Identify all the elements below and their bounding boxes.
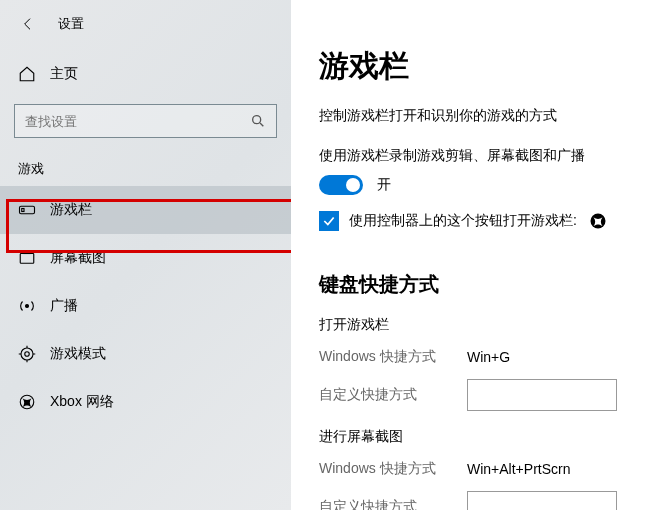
open-gamebar-shortcut: Win+G: [467, 349, 510, 365]
sidebar-item-broadcast[interactable]: 广播: [0, 282, 291, 330]
gamebar-icon: [18, 201, 36, 219]
sidebar-item-xbox[interactable]: Xbox 网络: [0, 378, 291, 426]
toggle-state: 开: [377, 176, 391, 194]
svg-point-7: [25, 352, 30, 357]
checkbox-label: 使用控制器上的这个按钮打开游戏栏:: [349, 212, 577, 230]
svg-rect-2: [22, 209, 24, 212]
back-button[interactable]: [16, 12, 40, 36]
sidebar-item-label: 广播: [50, 297, 78, 315]
home-icon: [18, 65, 36, 83]
svg-point-0: [253, 116, 261, 124]
sidebar-item-label: 屏幕截图: [50, 249, 106, 267]
controller-checkbox[interactable]: [319, 211, 339, 231]
broadcast-icon: [18, 297, 36, 315]
sidebar-item-label: Xbox 网络: [50, 393, 114, 411]
sidebar-item-label: 游戏模式: [50, 345, 106, 363]
win-shortcut-label-2: Windows 快捷方式: [319, 460, 467, 478]
section-title: 游戏: [0, 138, 291, 186]
custom-shortcut-label: 自定义快捷方式: [319, 386, 467, 404]
custom-shortcut-label-2: 自定义快捷方式: [319, 498, 467, 510]
gamemode-icon: [18, 345, 36, 363]
win-shortcut-label: Windows 快捷方式: [319, 348, 467, 366]
shortcuts-heading: 键盘快捷方式: [319, 271, 617, 298]
xbox-icon: [18, 393, 36, 411]
svg-rect-4: [24, 251, 30, 253]
sidebar-item-label: 游戏栏: [50, 201, 92, 219]
sidebar-item-home[interactable]: 主页: [0, 50, 291, 98]
search-icon: [250, 113, 266, 129]
svg-point-6: [21, 348, 33, 360]
sidebar: 设置 主页 游戏 游戏栏: [0, 0, 291, 510]
svg-rect-3: [20, 254, 34, 264]
screenshot-shortcut: Win+Alt+PrtScrn: [467, 461, 570, 477]
gamebar-toggle[interactable]: [319, 175, 363, 195]
sidebar-item-gamebar[interactable]: 游戏栏: [0, 186, 291, 234]
sidebar-item-gamemode[interactable]: 游戏模式: [0, 330, 291, 378]
open-gamebar-section: 打开游戏栏: [319, 316, 617, 334]
window-title: 设置: [58, 15, 84, 33]
toggle-knob: [346, 178, 360, 192]
page-title: 游戏栏: [319, 46, 617, 87]
sidebar-item-screenshot[interactable]: 屏幕截图: [0, 234, 291, 282]
screenshot-section: 进行屏幕截图: [319, 428, 617, 446]
page-description: 控制游戏栏打开和识别你的游戏的方式: [319, 107, 617, 125]
svg-point-5: [26, 305, 29, 308]
screenshot-custom-input[interactable]: [467, 491, 617, 510]
xbox-button-icon: [589, 212, 607, 230]
search-input-container[interactable]: [14, 104, 277, 138]
screenshot-icon: [18, 249, 36, 267]
toggle-caption: 使用游戏栏录制游戏剪辑、屏幕截图和广播: [319, 147, 617, 165]
search-input[interactable]: [25, 114, 250, 129]
main-content: 游戏栏 控制游戏栏打开和识别你的游戏的方式 使用游戏栏录制游戏剪辑、屏幕截图和广…: [291, 0, 647, 510]
sidebar-item-label: 主页: [50, 65, 78, 83]
open-gamebar-custom-input[interactable]: [467, 379, 617, 411]
